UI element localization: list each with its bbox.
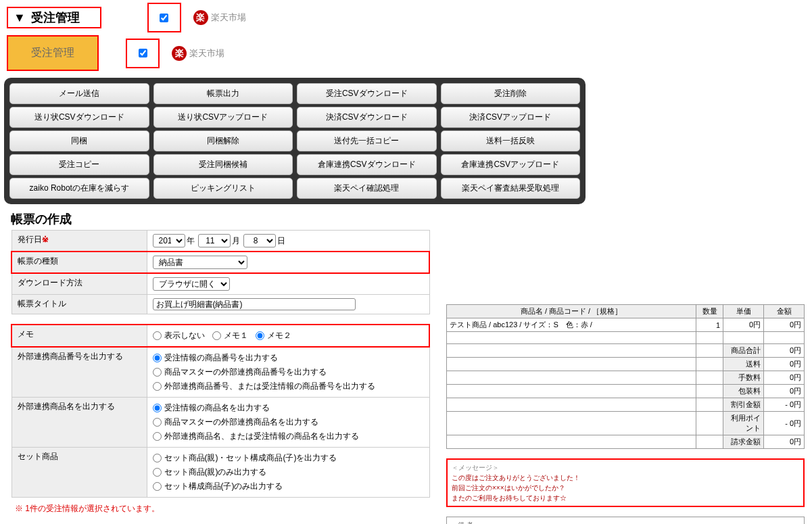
ext-code-radio-1[interactable]: [153, 368, 162, 377]
col-amount: 金額: [764, 305, 805, 318]
table-row: [447, 332, 805, 344]
order-csv-dl-button[interactable]: 受注CSVダウンロード: [297, 83, 437, 104]
section-title-text: 受注管理: [31, 9, 80, 26]
unbundle-button[interactable]: 同梱解除: [153, 130, 293, 151]
ext-code-radio-2[interactable]: [153, 382, 162, 391]
payment-csv-ul-button[interactable]: 決済CSVアップロード: [441, 107, 581, 128]
report-type-label: 帳票の種類: [11, 252, 147, 273]
picking-list-button[interactable]: ピッキングリスト: [153, 178, 293, 199]
year-select[interactable]: 2018: [153, 234, 185, 247]
bundle-button[interactable]: 同梱: [9, 130, 149, 151]
ext-code-label: 外部連携商品番号を出力する: [11, 347, 147, 398]
memo-label: メモ: [11, 325, 147, 347]
memo-radio-2[interactable]: [256, 331, 264, 340]
set-radio-0[interactable]: [153, 454, 162, 462]
report-title-label: 帳票タイトル: [11, 295, 147, 314]
warehouse-csv-ul-button[interactable]: 倉庫連携CSVアップロード: [441, 154, 581, 175]
section-title: ▼ 受注管理: [7, 7, 101, 28]
report-output-button[interactable]: 帳票出力: [153, 83, 293, 104]
ext-name-radio-1[interactable]: [153, 418, 162, 427]
preview-table: 商品名 / 商品コード / ［規格］ 数量 単価 金額 テスト商品 / abc1…: [446, 304, 805, 449]
set-product-label: セット商品: [11, 448, 147, 498]
mail-send-button[interactable]: メール送信: [9, 83, 149, 104]
download-method-select[interactable]: ブラウザに開く: [153, 277, 230, 291]
col-qty: 数量: [696, 305, 723, 318]
set-radio-2[interactable]: [153, 482, 162, 491]
shop-name-2: 楽天市場: [189, 47, 224, 59]
col-unit: 単価: [723, 305, 764, 318]
bundle-candidates-button[interactable]: 受注同梱候補: [153, 154, 293, 175]
action-button-bar: メール送信 帳票出力 受注CSVダウンロード 受注削除 送り状CSVダウンロード…: [4, 78, 586, 204]
month-select[interactable]: 11: [198, 234, 231, 247]
set-radio-1[interactable]: [153, 468, 162, 477]
order-delete-button[interactable]: 受注削除: [441, 83, 581, 104]
ext-name-radio-0[interactable]: [153, 404, 162, 412]
shop-checkbox-2[interactable]: [139, 49, 147, 57]
shop-checkbox-1-box: [147, 3, 181, 32]
ext-code-radio-0[interactable]: [153, 354, 162, 362]
shop-name-1: 楽天市場: [211, 11, 246, 24]
ship-addr-copy-button[interactable]: 送付先一括コピー: [297, 130, 437, 151]
issue-date-label: 発行日※: [11, 231, 147, 252]
active-tab[interactable]: 受注管理: [7, 35, 99, 71]
table-row: テスト商品 / abc123 / サイズ：S 色：赤 / 1 0円 0円: [447, 318, 805, 332]
rakuten-pay-confirm-button[interactable]: 楽天ペイ確認処理: [297, 178, 437, 199]
memo-radio-1[interactable]: [212, 331, 221, 340]
report-type-select[interactable]: 納品書: [153, 256, 247, 269]
triangle-icon: ▼: [14, 11, 26, 25]
invoice-csv-dl-button[interactable]: 送り状CSVダウンロード: [9, 107, 149, 128]
shipping-bulk-button[interactable]: 送料一括反映: [441, 130, 581, 151]
memo-radio-none[interactable]: [153, 331, 162, 340]
shop-checkbox-1[interactable]: [160, 14, 168, 22]
remark-box: ＜備 考＞: [446, 517, 805, 524]
ext-name-label: 外部連携商品名を出力する: [11, 398, 147, 448]
shop-checkbox-2-box: [126, 39, 160, 68]
invoice-csv-ul-button[interactable]: 送り状CSVアップロード: [153, 107, 293, 128]
payment-csv-dl-button[interactable]: 決済CSVダウンロード: [297, 107, 437, 128]
report-preview: 商品名 / 商品コード / ［規格］ 数量 単価 金額 テスト商品 / abc1…: [446, 304, 805, 524]
ext-name-radio-2[interactable]: [153, 432, 162, 441]
day-select[interactable]: 8: [243, 234, 276, 247]
col-product: 商品名 / 商品コード / ［規格］: [447, 305, 696, 318]
message-box: ＜メッセージ＞ この度はご注文ありがとうございました！ 前回ご注文の×××はいか…: [446, 458, 805, 507]
rakuten-pay-review-button[interactable]: 楽天ペイ審査結果受取処理: [441, 178, 581, 199]
rakuten-badge-icon: 楽: [172, 46, 187, 61]
report-title-input[interactable]: [153, 298, 356, 310]
rakuten-badge-icon: 楽: [193, 10, 208, 25]
warehouse-csv-dl-button[interactable]: 倉庫連携CSVダウンロード: [297, 154, 437, 175]
download-method-label: ダウンロード方法: [11, 273, 147, 295]
order-copy-button[interactable]: 受注コピー: [9, 154, 149, 175]
form-title: 帳票の作成: [11, 211, 812, 227]
zaiko-robot-button[interactable]: zaiko Robotの在庫を減らす: [9, 178, 149, 199]
